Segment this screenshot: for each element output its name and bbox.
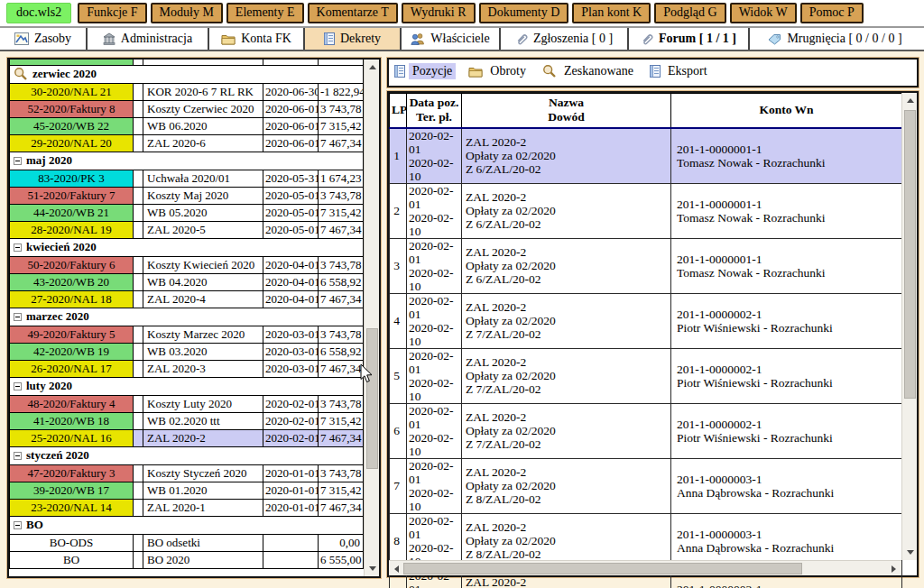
tab-zasoby[interactable]: Zasoby xyxy=(0,28,88,50)
position-row[interactable]: 62020-02-012020-02-10ZAL 2020-2Opłaty za… xyxy=(390,403,902,458)
menu-button-pomoc[interactable]: Pomoc P xyxy=(800,3,864,23)
document-date-cell[interactable]: 2020-01-01 xyxy=(263,482,319,499)
positions-tab-eksport[interactable]: Eksport xyxy=(650,63,711,79)
horizontal-scrollbar-thumb[interactable] xyxy=(403,563,802,574)
document-date-cell[interactable] xyxy=(263,551,319,568)
document-id-cell[interactable]: 52-2020/Faktury 8 xyxy=(10,100,134,117)
document-id-cell[interactable]: BO-ODS xyxy=(10,534,134,551)
document-date-cell[interactable]: 2020-02-01 xyxy=(263,395,319,412)
document-row[interactable]: 50-2020/Faktury 6Koszty Kwiecień 2020202… xyxy=(10,256,364,273)
document-amount-cell[interactable]: 7 467,34 xyxy=(319,429,364,446)
document-row[interactable]: 49-2020/Faktury 5Koszty Marzec 20202020-… xyxy=(10,326,364,343)
document-name-cell[interactable]: ZAL 2020-3 xyxy=(143,360,263,377)
document-name-cell[interactable]: BO odsetki xyxy=(143,534,263,551)
document-amount-cell[interactable]: 3 743,78 xyxy=(319,256,364,273)
document-id-cell[interactable]: 51-2020/Faktury 7 xyxy=(10,187,134,204)
document-date-cell[interactable]: 2020-03-01 xyxy=(263,326,319,343)
document-id-cell[interactable]: 28-2020/NAL 19 xyxy=(10,221,134,238)
document-row[interactable]: 25-2020/NAL 16ZAL 2020-22020-02-017 467,… xyxy=(10,429,364,446)
document-name-cell[interactable]: Koszty Kwiecień 2020 xyxy=(143,256,263,273)
document-date-cell[interactable]: 2020-03-01 xyxy=(263,360,319,377)
document-date-cell[interactable]: 2020-06-01 xyxy=(263,100,319,117)
menu-button-dokumenty[interactable]: Dokumenty D xyxy=(479,3,569,23)
left-scrollbar-thumb[interactable] xyxy=(366,328,378,469)
document-row[interactable]: 45-2020/WB 22WB 06.20202020-06-017 315,4… xyxy=(10,117,364,134)
document-row[interactable]: 52-2020/Faktury 8Koszty Czerwiec 2020202… xyxy=(10,100,364,117)
app-title-chip[interactable]: doc.wls2 xyxy=(6,3,71,23)
document-date-cell[interactable]: 2020-04-01 xyxy=(263,256,319,273)
document-amount-cell[interactable]: 6 558,92 xyxy=(319,343,364,360)
group-header-row[interactable]: maj 2020 xyxy=(10,152,364,170)
scroll-up-arrow-icon[interactable] xyxy=(365,60,380,75)
document-row[interactable]: 43-2020/WB 20WB 04.20202020-04-016 558,9… xyxy=(10,273,364,290)
document-row[interactable]: 23-2020/NAL 14ZAL 2020-12020-01-017 467,… xyxy=(10,499,364,516)
document-name-cell[interactable]: Koszty Luty 2020 xyxy=(143,395,263,412)
document-row[interactable]: 44-2020/WB 21WB 05.20202020-05-017 315,4… xyxy=(10,204,364,221)
document-id-cell[interactable]: 45-2020/WB 22 xyxy=(10,117,134,134)
document-name-cell[interactable]: Koszty Marzec 2020 xyxy=(143,326,263,343)
document-name-cell[interactable]: WB 01.2020 xyxy=(143,482,263,499)
document-amount-cell[interactable]: 7 467,34 xyxy=(319,134,364,152)
scroll-down-arrow-icon[interactable] xyxy=(902,545,918,560)
document-name-cell[interactable]: Koszty Styczeń 2020 xyxy=(143,464,263,482)
group-header-row[interactable]: kwiecień 2020 xyxy=(10,238,364,256)
menu-button-widok[interactable]: Widok W xyxy=(730,3,797,23)
document-id-cell[interactable]: BO xyxy=(10,551,134,568)
document-row[interactable]: BOBO 20206 555,00 xyxy=(10,551,364,568)
document-amount-cell[interactable]: 7 467,34 xyxy=(319,221,364,238)
document-row[interactable]: 28-2020/NAL 19ZAL 2020-52020-05-017 467,… xyxy=(10,221,364,238)
position-row[interactable]: 72020-02-012020-02-10ZAL 2020-2Opłaty za… xyxy=(390,458,902,513)
document-id-cell[interactable]: 29-2020/NAL 20 xyxy=(10,134,134,152)
right-vertical-scrollbar[interactable] xyxy=(901,93,917,560)
scroll-down-arrow-icon[interactable] xyxy=(365,561,380,576)
document-name-cell[interactable]: WB 05.2020 xyxy=(143,204,263,221)
positions-tab-pozycje[interactable]: Pozycje xyxy=(394,63,456,79)
document-date-cell[interactable]: 2020-03-01 xyxy=(263,343,319,360)
document-amount-cell[interactable]: 3 743,78 xyxy=(319,187,364,204)
document-amount-cell[interactable]: 7 467,34 xyxy=(319,499,364,516)
document-date-cell[interactable]: 2020-02-01 xyxy=(263,429,319,446)
document-row[interactable]: 42-2020/WB 19WB 03.20202020-03-016 558,9… xyxy=(10,343,364,360)
positions-tab-zeskanowane[interactable]: Zeskanowane xyxy=(542,63,637,79)
document-id-cell[interactable]: 43-2020/WB 20 xyxy=(10,273,134,290)
document-amount-cell[interactable]: -1 822,94 xyxy=(319,83,364,100)
document-name-cell[interactable]: Koszty Maj 2020 xyxy=(143,187,263,204)
menu-button-komentarze[interactable]: Komentarze T xyxy=(308,3,398,23)
document-date-cell[interactable]: 2020-05-01 xyxy=(263,204,319,221)
tab-właściciele[interactable]: Właściciele xyxy=(402,28,501,50)
document-id-cell[interactable]: 25-2020/NAL 16 xyxy=(10,429,134,446)
document-id-cell[interactable]: 48-2020/Faktury 4 xyxy=(10,395,134,412)
document-row[interactable]: 39-2020/WB 17WB 01.20202020-01-017 315,4… xyxy=(10,482,364,499)
group-header-row[interactable]: luty 2020 xyxy=(10,377,364,395)
document-row[interactable]: 48-2020/Faktury 4Koszty Luty 20202020-02… xyxy=(10,395,364,412)
tab-mrugnięcia[interactable]: Mrugnięcia [ 0 / 0 / 0 ] xyxy=(750,28,920,50)
document-row[interactable]: 83-2020/PK 3Uchwała 2020/012020-05-311 6… xyxy=(10,170,364,187)
document-name-cell[interactable]: ZAL 2020-4 xyxy=(143,290,263,308)
document-amount-cell[interactable]: 7 315,42 xyxy=(319,412,364,429)
right-scrollbar-thumb[interactable] xyxy=(904,110,916,399)
document-name-cell[interactable]: KOR 2020-6 7 RL RK xyxy=(143,83,263,100)
document-id-cell[interactable]: 23-2020/NAL 14 xyxy=(10,499,134,516)
document-date-cell[interactable]: 2020-01-01 xyxy=(263,464,319,482)
document-amount-cell[interactable]: 0,00 xyxy=(319,534,364,551)
scroll-right-arrow-icon[interactable] xyxy=(886,561,901,576)
tab-administracja[interactable]: Administracja xyxy=(88,28,209,50)
document-name-cell[interactable]: Uchwała 2020/01 xyxy=(143,170,263,187)
document-id-cell[interactable]: 83-2020/PK 3 xyxy=(10,170,134,187)
tab-konta[interactable]: Konta FK xyxy=(209,28,305,50)
document-amount-cell[interactable]: 6 555,00 xyxy=(319,551,364,568)
document-name-cell[interactable]: ZAL 2020-1 xyxy=(143,499,263,516)
document-amount-cell[interactable]: 7 467,34 xyxy=(319,290,364,308)
right-horizontal-scrollbar[interactable] xyxy=(389,560,901,575)
document-id-cell[interactable]: 49-2020/Faktury 5 xyxy=(10,326,134,343)
group-header-row[interactable]: BO xyxy=(10,516,364,534)
document-date-cell[interactable]: 2020-05-31 xyxy=(263,170,319,187)
document-date-cell[interactable]: 2020-05-01 xyxy=(263,187,319,204)
scroll-left-arrow-icon[interactable] xyxy=(389,561,404,576)
document-id-cell[interactable]: 30-2020/NAL 21 xyxy=(10,83,134,100)
document-id-cell[interactable]: 39-2020/WB 17 xyxy=(10,482,134,499)
group-header-row[interactable]: zerwiec 2020 xyxy=(10,65,364,83)
document-amount-cell[interactable]: 7 315,42 xyxy=(319,482,364,499)
position-row[interactable]: 22020-02-012020-02-10ZAL 2020-2Opłaty za… xyxy=(390,183,902,238)
document-id-cell[interactable]: 27-2020/NAL 18 xyxy=(10,290,134,308)
